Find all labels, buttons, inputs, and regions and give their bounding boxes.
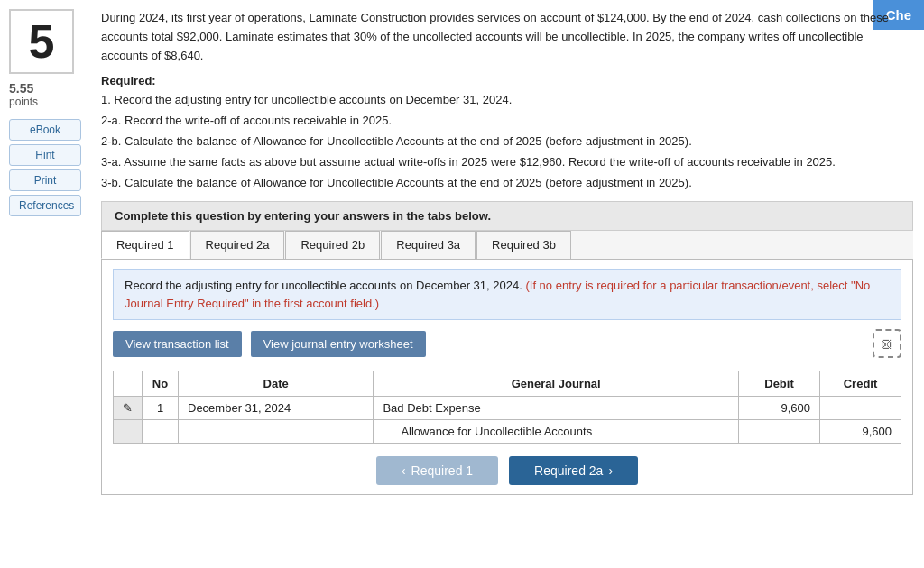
requirements-section: Required: 1. Record the adjusting entry …: [101, 74, 913, 192]
row1-credit: [820, 397, 901, 420]
nav-buttons: ‹ Required 1 Required 2a ›: [113, 456, 901, 485]
col-no: No: [143, 371, 179, 397]
instruction-box: Record the adjusting entry for uncollect…: [113, 269, 901, 320]
prev-arrow-icon: ‹: [402, 463, 406, 478]
view-transaction-button[interactable]: View transaction list: [113, 331, 242, 357]
tab-required1[interactable]: Required 1: [101, 231, 189, 259]
col-debit: Debit: [739, 371, 820, 397]
tab-required2b[interactable]: Required 2b: [285, 231, 380, 259]
tab-content: Record the adjusting entry for uncollect…: [101, 260, 913, 495]
action-buttons-row: View transaction list View journal entry…: [113, 329, 901, 358]
view-journal-button[interactable]: View journal entry worksheet: [251, 331, 426, 357]
table-row: ✎ 1 December 31, 2024 Bad Debt Expense 9…: [114, 397, 901, 420]
tab-required2a[interactable]: Required 2a: [190, 231, 285, 259]
row2-date: [179, 420, 374, 444]
col-date: Date: [179, 371, 374, 397]
references-link[interactable]: References: [9, 195, 81, 216]
prev-button[interactable]: ‹ Required 1: [376, 456, 498, 485]
problem-number: 5: [9, 9, 74, 74]
edit-icon[interactable]: ✎: [114, 397, 143, 420]
print-link[interactable]: Print: [9, 169, 81, 191]
row2-debit: [739, 420, 820, 444]
row2-credit: 9,600: [820, 420, 901, 444]
row2-no: [143, 420, 179, 444]
edit-icon2: [114, 420, 143, 444]
next-arrow-icon: ›: [608, 463, 613, 478]
row1-account: Bad Debt Expense: [374, 397, 739, 420]
row1-debit: 9,600: [739, 397, 820, 420]
tab-required3b[interactable]: Required 3b: [476, 231, 571, 259]
problem-text: During 2024, its first year of operation…: [101, 9, 913, 65]
tabs-row: Required 1 Required 2a Required 2b Requi…: [101, 231, 913, 260]
col-credit: Credit: [820, 371, 901, 397]
points-display: 5.55 points: [9, 81, 81, 108]
table-row: Allowance for Uncollectible Accounts 9,6…: [114, 420, 901, 444]
ebook-link[interactable]: eBook: [9, 119, 81, 141]
clear-icon[interactable]: ⦻: [873, 329, 901, 358]
table-edit-header: [114, 371, 143, 397]
row1-no: 1: [143, 397, 179, 420]
row2-account: Allowance for Uncollectible Accounts: [374, 420, 739, 444]
hint-link[interactable]: Hint: [9, 144, 81, 166]
complete-box: Complete this question by entering your …: [101, 201, 913, 231]
col-journal: General Journal: [374, 371, 739, 397]
row1-date: December 31, 2024: [179, 397, 374, 420]
next-button[interactable]: Required 2a ›: [509, 456, 638, 485]
journal-table: No Date General Journal Debit Credit ✎ 1…: [113, 371, 901, 444]
tab-required3a[interactable]: Required 3a: [381, 231, 476, 259]
